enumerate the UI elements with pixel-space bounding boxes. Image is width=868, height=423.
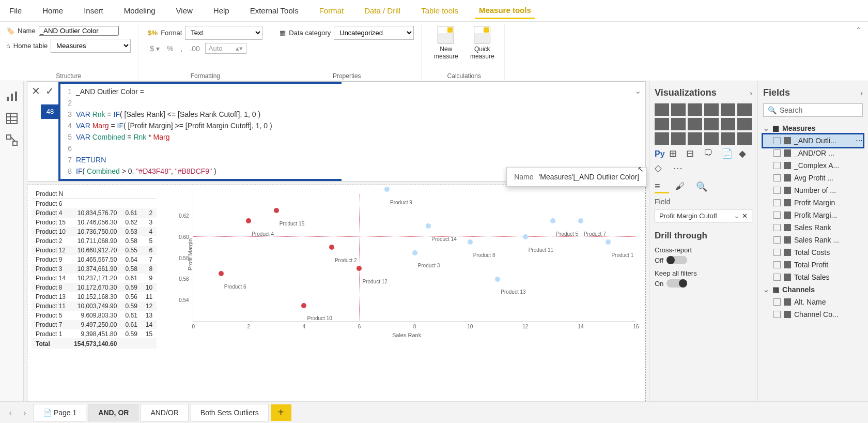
- name-input[interactable]: [39, 26, 119, 36]
- format-tab-icon[interactable]: 🖌: [675, 181, 690, 193]
- field-item[interactable]: Total Sales: [763, 271, 863, 283]
- viz-type-icon[interactable]: [721, 132, 735, 145]
- viz-type-icon[interactable]: [737, 132, 752, 145]
- field-item[interactable]: Number of ...: [763, 184, 863, 197]
- page-add-button[interactable]: +: [271, 404, 291, 421]
- viz-type-icon[interactable]: [737, 103, 752, 116]
- powerapps-icon[interactable]: ◆: [739, 148, 752, 160]
- viz-type-icon[interactable]: [688, 118, 702, 130]
- field-item[interactable]: Total Profit: [763, 259, 863, 271]
- svg-line-9: [11, 137, 15, 141]
- formula-cancel-icon[interactable]: ✕: [32, 85, 40, 97]
- fields-tab-icon[interactable]: ≡: [655, 181, 669, 193]
- qa-visual-icon[interactable]: 🗨: [704, 148, 717, 160]
- model-view-icon[interactable]: [5, 134, 19, 146]
- report-page[interactable]: Product N Product 6Product 410,834,576.7…: [27, 185, 646, 401]
- field-pill[interactable]: Profit Margin Cutoff ⌄ ✕: [655, 209, 752, 222]
- menu-data-drill[interactable]: Data / Drill: [360, 3, 405, 18]
- menu-file[interactable]: File: [5, 3, 26, 18]
- fields-group[interactable]: ⌄▦Measures: [763, 122, 863, 134]
- cross-report-toggle[interactable]: [667, 256, 687, 264]
- page-next-icon[interactable]: ›: [19, 406, 31, 419]
- formula-bar: ✕ ✓ 48 1_AND Outlier Color =23VAR Rnk = …: [27, 81, 646, 182]
- scatter-chart[interactable]: Profit Margin 02468101214160.540.560.580…: [172, 189, 641, 334]
- menu-measure-tools[interactable]: Measure tools: [475, 3, 535, 19]
- format-select[interactable]: Text: [185, 26, 262, 40]
- report-view-icon[interactable]: [5, 90, 19, 103]
- page-prev-icon[interactable]: ‹: [4, 406, 17, 419]
- analytics-tab-icon[interactable]: 🔍: [696, 181, 710, 193]
- viz-type-icon[interactable]: [671, 103, 686, 116]
- keep-filters-toggle[interactable]: [667, 279, 687, 288]
- fields-pane-collapse-icon[interactable]: ›: [860, 89, 863, 97]
- menu-help[interactable]: Help: [209, 3, 234, 18]
- menu-table-tools[interactable]: Table tools: [417, 3, 462, 18]
- new-measure-button[interactable]: New measure: [431, 26, 461, 60]
- name-label: Name: [18, 27, 36, 35]
- page-tab-1[interactable]: 📄 Page 1: [33, 404, 86, 421]
- py-visual-icon[interactable]: Py: [655, 149, 665, 159]
- viz-type-icon[interactable]: [655, 103, 669, 116]
- percent-button[interactable]: %: [165, 43, 175, 54]
- field-item[interactable]: Sales Rank: [763, 221, 863, 234]
- field-item[interactable]: Channel Co...: [763, 308, 863, 321]
- formula-expand-icon[interactable]: ⌄: [634, 86, 641, 96]
- viz-type-icon[interactable]: [655, 118, 669, 130]
- cursor-pointer-icon: ↖: [638, 165, 644, 173]
- data-view-icon[interactable]: [5, 112, 19, 125]
- fields-group[interactable]: ⌄▦Channels: [763, 283, 863, 296]
- viz-type-icon[interactable]: [721, 103, 735, 116]
- key-influencers-icon[interactable]: ⊞: [669, 148, 683, 160]
- home-table-select[interactable]: Measures: [51, 39, 131, 53]
- viz-type-icon[interactable]: [704, 103, 719, 116]
- fields-pane-title: Fields: [763, 87, 790, 98]
- viz-type-icon[interactable]: [704, 118, 719, 130]
- product-table[interactable]: Product N Product 6Product 410,834,576.7…: [32, 189, 157, 349]
- menu-format[interactable]: Format: [315, 3, 348, 18]
- format-label: Format: [161, 29, 182, 37]
- menu-modeling[interactable]: Modeling: [120, 3, 160, 18]
- formula-commit-icon[interactable]: ✓: [45, 85, 54, 97]
- field-item[interactable]: Sales Rank ...: [763, 234, 863, 246]
- currency-button[interactable]: $ ▾: [148, 43, 162, 54]
- viz-type-icon[interactable]: [688, 132, 702, 145]
- menu-home[interactable]: Home: [38, 3, 67, 18]
- calculator-icon: [438, 26, 454, 43]
- menu-view[interactable]: View: [172, 3, 197, 18]
- field-pill-chevron-icon[interactable]: ⌄: [734, 212, 740, 220]
- comma-button[interactable]: ,: [178, 43, 184, 54]
- fields-search[interactable]: 🔍 Search: [763, 103, 863, 117]
- viz-type-icon[interactable]: [737, 118, 752, 130]
- field-item[interactable]: Alt. Name: [763, 296, 863, 308]
- field-item[interactable]: Avg Profit ...: [763, 172, 863, 184]
- more-visuals-icon[interactable]: ⋯: [673, 162, 688, 175]
- viz-type-icon[interactable]: [655, 132, 669, 145]
- menu-external-tools[interactable]: External Tools: [246, 3, 303, 18]
- paginated-icon[interactable]: 📄: [721, 148, 735, 160]
- field-item[interactable]: _Complex A...: [763, 159, 863, 172]
- viz-type-icon[interactable]: [704, 132, 719, 145]
- page-tab-2[interactable]: AND, OR: [88, 404, 138, 421]
- menu-insert[interactable]: Insert: [80, 3, 107, 18]
- quick-measure-button[interactable]: Quick measure: [467, 26, 497, 60]
- field-pill-remove-icon[interactable]: ✕: [742, 212, 748, 220]
- custom-visual-icon[interactable]: ◇: [655, 162, 669, 175]
- viz-type-icon[interactable]: [671, 132, 686, 145]
- viz-type-icon[interactable]: [688, 103, 702, 116]
- decimals-button[interactable]: .00: [188, 43, 202, 54]
- page-tab-4[interactable]: Both Sets Outliers: [191, 404, 269, 421]
- decomp-tree-icon[interactable]: ⊟: [686, 148, 700, 160]
- page-tab-3[interactable]: AND/OR: [141, 404, 188, 421]
- ribbon-collapse-icon[interactable]: ⌃: [856, 26, 862, 34]
- data-category-select[interactable]: Uncategorized: [334, 26, 414, 40]
- field-item[interactable]: _AND/OR ...: [763, 147, 863, 159]
- field-item[interactable]: Total Costs: [763, 246, 863, 259]
- field-item[interactable]: Profit Margi...: [763, 209, 863, 221]
- viz-type-icon[interactable]: [671, 118, 686, 130]
- viz-type-icon[interactable]: [721, 118, 735, 130]
- field-item[interactable]: Profit Margin: [763, 197, 863, 209]
- viz-pane-collapse-icon[interactable]: ›: [750, 89, 752, 97]
- decimals-spinner[interactable]: Auto▴▾: [205, 43, 246, 54]
- formula-editor[interactable]: 48 1_AND Outlier Color =23VAR Rnk = IF( …: [58, 82, 342, 181]
- field-item[interactable]: _AND Outli...⋯: [763, 134, 863, 147]
